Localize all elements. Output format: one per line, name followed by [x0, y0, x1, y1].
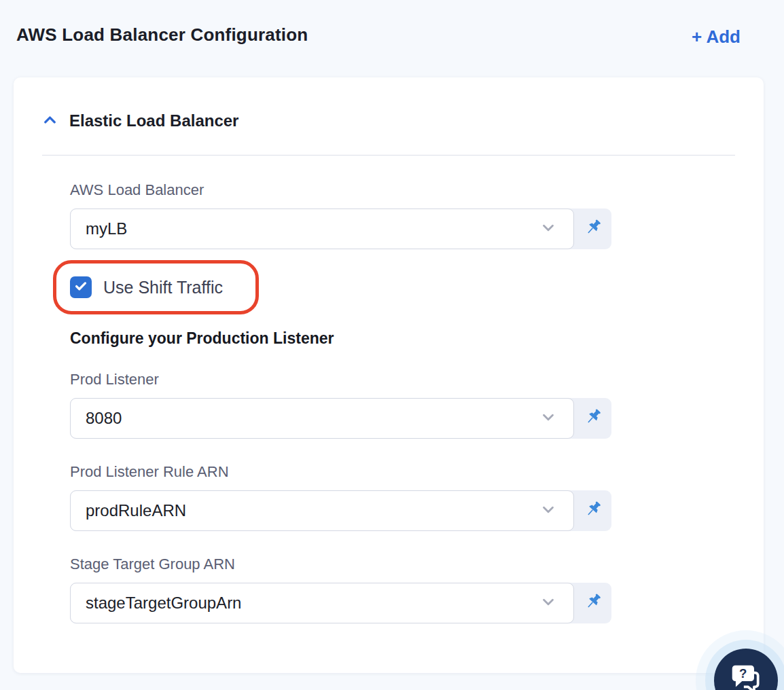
- stage-target-group-arn-label: Stage Target Group ARN: [70, 556, 611, 573]
- prod-listener-rule-arn-field: prodRuleARN: [70, 490, 611, 531]
- prod-listener-rule-arn-select[interactable]: prodRuleARN: [70, 490, 574, 531]
- prod-listener-value: 8080: [86, 409, 122, 428]
- add-button[interactable]: + Add: [692, 28, 741, 46]
- chevron-down-icon: [539, 593, 557, 613]
- pushpin-icon: [584, 500, 603, 522]
- stage-target-group-arn-select[interactable]: stageTargetGroupArn: [70, 583, 574, 623]
- aws-load-balancer-select[interactable]: myLB: [70, 208, 574, 249]
- subsection-title: Configure your Production Listener: [70, 329, 611, 348]
- chevron-down-icon: [539, 219, 557, 239]
- pushpin-icon: [584, 218, 603, 240]
- chevron-down-icon: [539, 408, 557, 429]
- pushpin-icon: [584, 592, 603, 614]
- section-content: AWS Load Balancer myLB: [70, 156, 611, 623]
- use-shift-traffic-option[interactable]: Use Shift Traffic: [70, 276, 223, 298]
- aws-load-balancer-value: myLB: [86, 219, 127, 238]
- section-header-elastic-load-balancer[interactable]: Elastic Load Balancer: [42, 111, 735, 130]
- page: AWS Load Balancer Configuration + Add El…: [0, 0, 784, 690]
- stage-target-group-arn-field: stageTargetGroupArn: [70, 583, 611, 623]
- aws-load-balancer-field: myLB: [70, 208, 611, 249]
- question-mark-glyph: ?: [739, 666, 747, 680]
- prod-listener-rule-arn-value: prodRuleARN: [86, 501, 186, 520]
- pin-button[interactable]: [574, 398, 611, 439]
- chevron-down-icon: [539, 501, 557, 521]
- page-header: AWS Load Balancer Configuration + Add: [0, 0, 784, 46]
- pushpin-icon: [584, 407, 603, 429]
- pin-button[interactable]: [574, 490, 611, 531]
- stage-target-group-arn-value: stageTargetGroupArn: [86, 594, 241, 613]
- use-shift-traffic-label: Use Shift Traffic: [103, 278, 223, 297]
- use-shift-traffic-checkbox[interactable]: [70, 276, 92, 298]
- prod-listener-label: Prod Listener: [70, 371, 611, 388]
- aws-load-balancer-label: AWS Load Balancer: [70, 181, 611, 199]
- checkmark-icon: [73, 278, 88, 296]
- prod-listener-field: 8080: [70, 398, 611, 439]
- prod-listener-select[interactable]: 8080: [70, 398, 574, 439]
- load-balancer-card: Elastic Load Balancer AWS Load Balancer …: [14, 77, 764, 673]
- section-title: Elastic Load Balancer: [69, 111, 238, 130]
- pin-button[interactable]: [574, 583, 611, 623]
- chat-question-icon: ?: [728, 663, 764, 690]
- annotation-highlight: Use Shift Traffic: [53, 260, 259, 314]
- prod-listener-rule-arn-label: Prod Listener Rule ARN: [70, 463, 611, 481]
- pin-button[interactable]: [574, 208, 611, 249]
- chevron-up-icon[interactable]: [42, 112, 58, 130]
- page-title: AWS Load Balancer Configuration: [16, 24, 308, 46]
